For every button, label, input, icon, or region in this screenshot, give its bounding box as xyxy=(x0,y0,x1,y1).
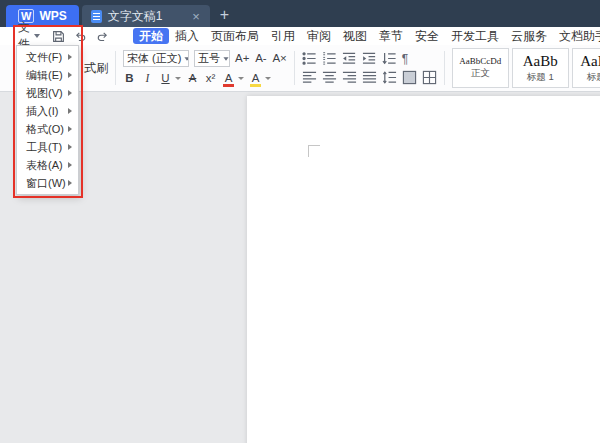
margin-corner-mark xyxy=(308,145,320,157)
submenu-arrow-icon xyxy=(68,72,72,78)
menu-item-label: 窗口(W) xyxy=(26,176,66,191)
outdent-icon[interactable] xyxy=(342,51,357,66)
file-dropdown-menu: 文件(F) 编辑(E) 视图(V) 插入(I) 格式(O) 工具(T) 表格(A… xyxy=(16,45,79,195)
wps-home-tab[interactable]: W WPS xyxy=(6,5,79,27)
align-left-icon[interactable] xyxy=(302,70,317,85)
sort-icon[interactable] xyxy=(382,51,397,66)
italic-button[interactable]: I xyxy=(141,71,154,86)
submenu-arrow-icon xyxy=(68,126,72,132)
document-area xyxy=(0,93,600,443)
style-heading-1[interactable]: AaBb 标题 1 xyxy=(512,48,569,88)
ribbon-divider xyxy=(115,51,116,85)
tab-home[interactable]: 开始 xyxy=(133,28,169,44)
save-icon[interactable] xyxy=(52,30,65,43)
close-tab-icon[interactable]: × xyxy=(191,10,201,23)
tab-references[interactable]: 引用 xyxy=(265,28,301,44)
ribbon-divider xyxy=(294,51,295,85)
font-size-combobox[interactable]: 五号 xyxy=(194,50,230,67)
superscript-button[interactable]: x² xyxy=(204,71,217,86)
line-spacing-icon[interactable] xyxy=(382,70,397,85)
submenu-arrow-icon xyxy=(68,162,72,168)
tab-developer-tools[interactable]: 开发工具 xyxy=(445,28,505,44)
menu-item-label: 格式(O) xyxy=(26,122,64,137)
menu-item-format[interactable]: 格式(O) xyxy=(17,120,78,138)
bold-button[interactable]: B xyxy=(123,71,136,86)
document-icon xyxy=(91,10,102,23)
redo-icon[interactable] xyxy=(96,30,109,43)
menu-item-edit[interactable]: 编辑(E) xyxy=(17,66,78,84)
menu-item-table[interactable]: 表格(A) xyxy=(17,156,78,174)
menu-item-label: 编辑(E) xyxy=(26,68,63,83)
quick-access-toolbar xyxy=(52,30,109,43)
shrink-font-button[interactable]: A- xyxy=(254,51,267,66)
document-tab[interactable]: 文字文稿1 × xyxy=(82,5,210,27)
tab-insert[interactable]: 插入 xyxy=(169,28,205,44)
styles-gallery: AaBbCcDd 正文 AaBb 标题 1 AaBb( 标题 2 xyxy=(452,48,600,88)
bullet-list-icon[interactable] xyxy=(302,51,317,66)
indent-icon[interactable] xyxy=(362,51,377,66)
chevron-down-icon[interactable] xyxy=(265,77,271,80)
ribbon-divider xyxy=(444,51,445,85)
menu-item-window[interactable]: 窗口(W) xyxy=(17,174,78,192)
new-tab-button[interactable]: + xyxy=(220,7,229,23)
document-page[interactable] xyxy=(247,96,600,443)
tab-section[interactable]: 章节 xyxy=(373,28,409,44)
paragraph-mark-icon[interactable]: ¶ xyxy=(402,52,408,66)
submenu-arrow-icon xyxy=(68,90,72,96)
style-label: 标题 2 xyxy=(587,71,600,84)
chevron-down-icon[interactable] xyxy=(175,77,181,80)
chevron-down-icon xyxy=(185,57,189,60)
style-label: 正文 xyxy=(471,67,490,80)
menubar: 文件 开始 插入 页面布局 引用 审阅 视图 章节 安全 开发工具 云服务 xyxy=(0,27,600,45)
wps-writer-window: W WPS 文字文稿1 × + 文件 开始 xyxy=(0,0,600,443)
submenu-arrow-icon xyxy=(68,180,72,186)
style-sample: AaBbCcDd xyxy=(459,56,501,66)
tab-page-layout[interactable]: 页面布局 xyxy=(205,28,265,44)
grow-font-button[interactable]: A+ xyxy=(235,51,249,66)
align-center-icon[interactable] xyxy=(322,70,337,85)
chevron-down-icon xyxy=(223,57,228,60)
tab-review[interactable]: 审阅 xyxy=(301,28,337,44)
ribbon: 式刷 宋体 (正文) 五号 A+ A- A× B I U xyxy=(0,45,600,92)
menu-item-label: 表格(A) xyxy=(26,158,63,173)
numbered-list-icon[interactable] xyxy=(322,51,337,66)
align-right-icon[interactable] xyxy=(342,70,357,85)
document-tab-label: 文字文稿1 xyxy=(108,8,163,25)
strikethrough-button[interactable]: A xyxy=(186,71,199,86)
format-painter-button-partial[interactable]: 式刷 xyxy=(84,60,108,77)
menu-item-file[interactable]: 文件(F) xyxy=(17,48,78,66)
tab-document-assistant[interactable]: 文档助手 xyxy=(553,28,600,44)
font-name-value: 宋体 (正文) xyxy=(127,51,181,66)
justify-icon[interactable] xyxy=(362,70,377,85)
borders-icon[interactable] xyxy=(422,70,437,85)
chevron-down-icon[interactable] xyxy=(238,77,244,80)
highlight-button[interactable]: A xyxy=(249,71,262,86)
style-normal[interactable]: AaBbCcDd 正文 xyxy=(452,48,509,88)
tab-view[interactable]: 视图 xyxy=(337,28,373,44)
undo-icon[interactable] xyxy=(74,30,87,43)
menu-item-label: 工具(T) xyxy=(26,140,62,155)
font-name-combobox[interactable]: 宋体 (正文) xyxy=(123,50,189,67)
file-menu-button[interactable]: 文件 xyxy=(13,27,45,45)
style-heading-2[interactable]: AaBb( 标题 2 xyxy=(572,48,600,88)
menu-item-label: 文件(F) xyxy=(26,50,62,65)
clear-format-button[interactable]: A× xyxy=(272,51,286,66)
chevron-down-icon xyxy=(34,34,40,38)
submenu-arrow-icon xyxy=(68,144,72,150)
underline-button[interactable]: U xyxy=(159,71,172,86)
style-label: 标题 1 xyxy=(527,71,554,84)
shading-icon[interactable] xyxy=(402,70,417,85)
style-sample: AaBb xyxy=(523,53,558,70)
submenu-arrow-icon xyxy=(68,54,72,60)
menu-item-tools[interactable]: 工具(T) xyxy=(17,138,78,156)
tab-cloud-service[interactable]: 云服务 xyxy=(505,28,553,44)
menu-item-insert[interactable]: 插入(I) xyxy=(17,102,78,120)
tab-security[interactable]: 安全 xyxy=(409,28,445,44)
menu-item-view[interactable]: 视图(V) xyxy=(17,84,78,102)
menu-item-label: 视图(V) xyxy=(26,86,63,101)
font-color-button[interactable]: A xyxy=(222,71,235,86)
wps-home-tab-label: WPS xyxy=(39,9,66,23)
paragraph-group: ¶ xyxy=(302,51,437,85)
menu-item-label: 插入(I) xyxy=(26,104,58,119)
font-group: 宋体 (正文) 五号 A+ A- A× B I U A x² A xyxy=(123,50,287,86)
